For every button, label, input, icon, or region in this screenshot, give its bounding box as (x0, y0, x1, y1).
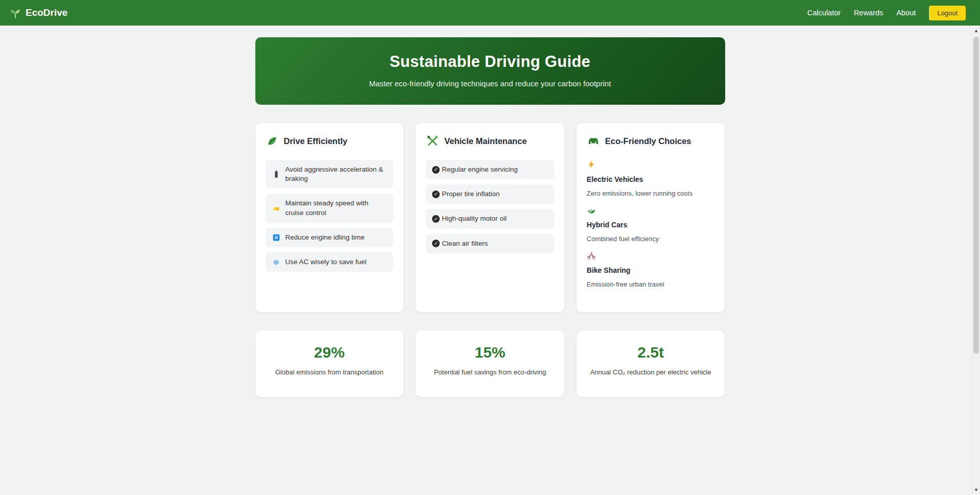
list-item: ✓ High-quality motor oil (426, 209, 554, 228)
lightning-bolt-icon (587, 160, 715, 169)
eco-heading: Bike Sharing (587, 266, 715, 274)
card-header: Drive Efficiently (266, 134, 394, 148)
stat-card-co2-reduction: 2.5t Annual CO₂ reduction per electric v… (577, 331, 725, 397)
scrollbar-thumb[interactable] (973, 37, 979, 353)
stat-card-fuel-savings: 15% Potential fuel savings from eco-driv… (416, 331, 564, 397)
card-title: Vehicle Maintenance (444, 136, 527, 146)
list-item: ✓ Clean air filters (426, 234, 554, 253)
nav-link-rewards[interactable]: Rewards (854, 9, 883, 17)
eco-description: Emission-free urban travel (587, 280, 715, 288)
card-header: Vehicle Maintenance (426, 134, 554, 148)
check-circle-icon: ✓ (432, 191, 440, 198)
page-subtitle: Master eco-friendly driving techniques a… (266, 79, 715, 88)
list-item-text: Avoid aggressive acceleration & braking (285, 165, 388, 183)
list-item: Reduce engine idling time (266, 228, 394, 247)
list-item-text: Proper tire inflation (442, 190, 499, 199)
stat-label: Annual CO₂ reduction per electric vehicl… (585, 368, 717, 376)
logout-button[interactable]: Logout (929, 6, 966, 20)
herb-icon (587, 205, 715, 215)
eco-section-bike: Bike Sharing Emission-free urban travel (587, 251, 715, 288)
stat-card-global-emissions: 29% Global emissions from transportation (255, 331, 404, 397)
scroll-down-arrow[interactable]: ▼ (972, 486, 980, 494)
check-circle-icon: ✓ (432, 215, 440, 223)
cyclist-icon (587, 251, 715, 260)
check-circle-icon: ✓ (432, 166, 440, 174)
eco-section-electric: Electric Vehicles Zero emissions, lower … (587, 160, 715, 197)
green-car-icon (587, 134, 600, 148)
list-item: Maintain steady speed with cruise contro… (266, 194, 394, 222)
nav-link-about[interactable]: About (896, 9, 916, 17)
cruise-gauge-icon (272, 204, 281, 213)
card-vehicle-maintenance: Vehicle Maintenance ✓ Regular engine ser… (416, 123, 564, 312)
brand-name: EcoDrive (26, 7, 67, 18)
battery-icon (272, 170, 281, 179)
pause-icon (272, 233, 281, 242)
list-item-text: Clean air filters (442, 239, 488, 248)
stat-value: 29% (264, 344, 396, 361)
scroll-up-arrow[interactable]: ▲ (972, 27, 980, 35)
stats-row: 29% Global emissions from transportation… (255, 331, 725, 397)
stat-label: Potential fuel savings from eco-driving (424, 368, 556, 376)
eco-description: Zero emissions, lower running costs (587, 190, 715, 197)
stat-value: 2.5t (585, 344, 717, 361)
card-eco-friendly-choices: Eco-Friendly Choices Electric Vehicles Z… (577, 123, 725, 312)
vertical-scrollbar[interactable]: ▲ ▼ (972, 26, 980, 495)
hero-banner: Sustainable Driving Guide Master eco-fri… (255, 37, 725, 105)
guide-cards-row: Drive Efficiently Avoid aggressive accel… (255, 123, 725, 312)
eco-section-hybrid: Hybrid Cars Combined fuel efficiency (587, 205, 715, 243)
list-item: ❄ Use AC wisely to save fuel (266, 252, 394, 272)
seedling-icon (9, 7, 21, 19)
list-item-text: Maintain steady speed with cruise contro… (285, 199, 388, 217)
stat-value: 15% (424, 344, 556, 361)
list-item-text: Regular engine servicing (442, 165, 518, 174)
list-item: ✓ Proper tire inflation (426, 184, 554, 204)
brand: EcoDrive (9, 7, 67, 19)
check-circle-icon: ✓ (432, 240, 440, 247)
eco-heading: Hybrid Cars (587, 221, 715, 229)
main-content: Sustainable Driving Guide Master eco-fri… (255, 37, 725, 397)
navbar: EcoDrive Calculator Rewards About Logout (0, 0, 980, 26)
card-title: Drive Efficiently (284, 136, 348, 146)
stat-label: Global emissions from transportation (264, 368, 396, 376)
card-title: Eco-Friendly Choices (605, 136, 691, 146)
card-header: Eco-Friendly Choices (587, 134, 715, 148)
tools-icon (426, 134, 439, 148)
list-item-text: High-quality motor oil (442, 214, 507, 223)
list-item-text: Reduce engine idling time (285, 233, 365, 242)
leaf-icon (266, 134, 279, 148)
page-title: Sustainable Driving Guide (266, 53, 715, 71)
nav-menu: Calculator Rewards About Logout (807, 6, 972, 20)
list-item: ✓ Regular engine servicing (426, 160, 554, 179)
list-item: Avoid aggressive acceleration & braking (266, 160, 394, 188)
eco-heading: Electric Vehicles (587, 175, 715, 183)
nav-link-calculator[interactable]: Calculator (807, 9, 841, 17)
list-item-text: Use AC wisely to save fuel (285, 257, 367, 267)
card-drive-efficiently: Drive Efficiently Avoid aggressive accel… (255, 123, 404, 312)
snowflake-icon: ❄ (272, 257, 281, 267)
eco-description: Combined fuel efficiency (587, 235, 715, 243)
